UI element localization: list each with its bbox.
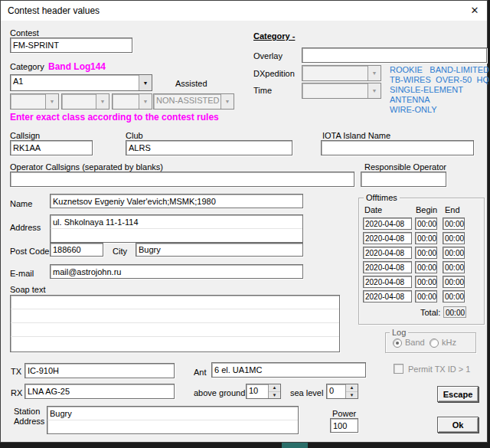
assisted-label: Assisted (175, 79, 207, 88)
category-panel-title: Category - (253, 31, 295, 41)
category-label: Category (10, 62, 44, 71)
log-khz-radio[interactable] (430, 338, 439, 348)
category-sub2-combo[interactable]: ▼ (61, 93, 109, 110)
contest-header-dialog: Contest header values ✕ Contest Category… (0, 0, 488, 443)
escape-button[interactable]: Escape (437, 386, 479, 402)
address-box[interactable] (50, 214, 303, 243)
club-input[interactable] (126, 140, 292, 155)
offtime-date-input[interactable]: 2020-04-08 (363, 261, 412, 273)
post-code-input[interactable] (50, 243, 103, 257)
category-sub1-value (11, 94, 45, 109)
offtime-date-input[interactable]: 2020-04-08 (363, 247, 412, 259)
overlay-input[interactable] (302, 47, 487, 63)
titlebar[interactable]: Contest header values ✕ (1, 1, 487, 21)
rx-input[interactable] (24, 384, 175, 399)
category-sub2-value (62, 94, 96, 109)
chevron-down-icon[interactable]: ▼ (368, 83, 381, 98)
city-label: City (113, 247, 127, 256)
contest-input[interactable] (10, 38, 132, 53)
soap-line-input[interactable] (11, 309, 339, 323)
offtime-end-input[interactable]: 00:00 (443, 232, 465, 244)
above-ground-label: above ground (194, 388, 245, 397)
offtime-date-input[interactable]: 2020-04-08 (363, 232, 412, 244)
category-class-combo[interactable]: A1 ▼ (10, 74, 152, 91)
chevron-down-icon[interactable]: ▼ (96, 94, 109, 109)
soap-text-box[interactable] (10, 295, 340, 352)
offtime-begin-input[interactable]: 00:00 (415, 232, 437, 244)
dxpedition-combo[interactable]: ▼ (302, 65, 381, 81)
soap-line-input[interactable] (11, 323, 339, 337)
chevron-down-icon[interactable]: ▼ (139, 94, 152, 109)
callsign-input[interactable] (10, 140, 93, 155)
category-options-list: ROOKIE BAND-LIMITED TB-WIRES OVER-50 HQ … (390, 65, 489, 115)
offtime-end-input[interactable]: 00:00 (443, 290, 465, 302)
above-ground-value: 10 (247, 384, 268, 398)
offtimes-col-end: End (445, 205, 460, 214)
offtime-date-input[interactable]: 2020-04-08 (363, 276, 412, 288)
station-address-line2-input[interactable] (47, 420, 298, 433)
spin-up-icon[interactable]: ▲ (346, 384, 358, 392)
time-combo[interactable]: ▼ (302, 83, 381, 99)
name-label: Name (10, 199, 32, 208)
contest-label: Contest (10, 28, 39, 38)
responsible-operator-label: Responsible Operator (364, 162, 446, 172)
ok-button[interactable]: Ok (437, 417, 479, 433)
close-icon[interactable]: ✕ (462, 1, 487, 21)
city-input[interactable] (136, 243, 303, 257)
offtimes-total-value: 00:00 (443, 306, 466, 318)
offtime-end-input[interactable]: 00:00 (443, 276, 465, 288)
chevron-down-icon[interactable]: ▼ (368, 66, 381, 80)
station-address-box[interactable] (47, 406, 299, 434)
name-input[interactable] (50, 194, 303, 208)
offtime-begin-input[interactable]: 00:00 (415, 247, 437, 259)
category-sub1-combo[interactable]: ▼ (10, 93, 59, 110)
offtime-begin-input[interactable]: 00:00 (415, 261, 437, 273)
tx-label: TX (11, 367, 21, 376)
dxpedition-label: DXpedition (253, 69, 295, 78)
log-khz-label: kHz (442, 338, 456, 347)
time-label: Time (253, 86, 272, 95)
log-band-label: Band (405, 338, 425, 347)
overlay-label: Overlay (253, 51, 283, 60)
permit-txid-checkbox[interactable] (394, 364, 403, 374)
offtime-date-input[interactable]: 2020-04-08 (363, 217, 412, 230)
iota-input[interactable] (321, 140, 474, 155)
tx-input[interactable] (24, 363, 175, 378)
offtime-end-input[interactable]: 00:00 (443, 261, 465, 273)
chevron-down-icon[interactable]: ▼ (220, 94, 234, 109)
address-line1-input[interactable] (51, 215, 302, 229)
offtimes-title: Offtimes (364, 193, 400, 202)
station-address-line1-input[interactable] (47, 407, 298, 420)
chevron-down-icon[interactable]: ▼ (45, 94, 58, 109)
chevron-down-icon[interactable]: ▼ (139, 75, 152, 90)
spin-down-icon[interactable]: ▼ (346, 392, 358, 399)
power-input[interactable] (330, 418, 358, 433)
class-warning-text: Enter exact class according to the conte… (10, 112, 219, 123)
offtime-date-input[interactable]: 2020-04-08 (363, 290, 412, 302)
offtime-begin-input[interactable]: 00:00 (415, 217, 437, 230)
assisted-value: NON-ASSISTED (154, 94, 220, 109)
operators-input[interactable] (10, 172, 354, 187)
log-band-radio[interactable] (393, 338, 402, 348)
responsible-operator-input[interactable] (361, 172, 446, 187)
address-line2-input[interactable] (51, 229, 302, 242)
sea-level-value: 0 (327, 384, 345, 398)
soap-line-input[interactable] (11, 337, 339, 350)
ant-input[interactable] (211, 362, 366, 378)
email-input[interactable] (50, 264, 303, 279)
category-option-line: SINGLE-ELEMENT ANTENNA (390, 85, 489, 105)
sea-level-stepper[interactable]: 0 ▲ ▼ (326, 384, 358, 399)
spin-up-icon[interactable]: ▲ (269, 384, 280, 392)
offtime-end-input[interactable]: 00:00 (443, 247, 465, 259)
offtime-end-input[interactable]: 00:00 (443, 217, 465, 230)
soap-line-input[interactable] (11, 296, 339, 309)
log-group-title: Log (390, 328, 408, 337)
category-sub3-combo[interactable]: ▼ (112, 93, 152, 110)
spin-down-icon[interactable]: ▼ (269, 392, 280, 399)
ant-label: Ant (194, 368, 207, 377)
band-log-label: Band Log (48, 61, 90, 72)
offtime-begin-input[interactable]: 00:00 (415, 276, 437, 288)
above-ground-stepper[interactable]: 10 ▲ ▼ (246, 384, 281, 399)
offtime-begin-input[interactable]: 00:00 (415, 290, 437, 302)
assisted-combo[interactable]: NON-ASSISTED ▼ (153, 93, 234, 110)
